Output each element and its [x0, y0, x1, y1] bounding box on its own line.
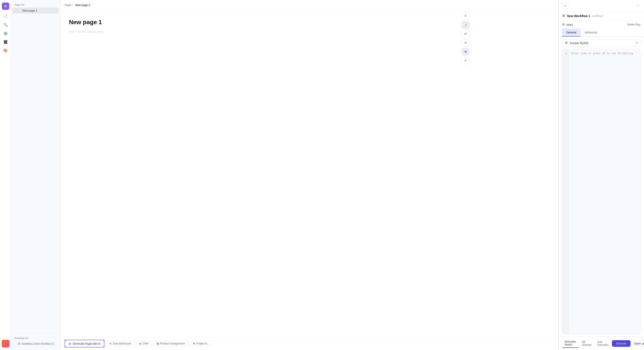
datasource-icon: ⌘	[565, 41, 568, 45]
generate-label: Generate Page with AI	[73, 342, 100, 345]
bottom-tab-project-m[interactable]: ❋ Project m...	[190, 340, 213, 347]
bottom-toolbar: ◎ Generate Page with AI ⊞ Data dashboard…	[60, 337, 558, 350]
bottom-tab-crm[interactable]: ◐ CRM	[136, 340, 152, 347]
more-icon: ⋯	[636, 4, 639, 7]
share-icon: ⇄	[464, 32, 467, 35]
chevron-right-icon: ›	[16, 9, 16, 12]
data-dashboard-icon: ⊞	[109, 342, 112, 345]
chevron-up-down-icon: ⇅	[636, 41, 638, 44]
sidebar-item-search[interactable]: 🔍	[2, 21, 10, 29]
add-icon: +	[464, 59, 467, 63]
workflow-icon: ⌘	[464, 50, 467, 53]
right-panel-header: » ⋯	[559, 0, 644, 11]
product-mgmt-icon: ▦	[156, 342, 159, 345]
toolbar-history-button[interactable]: ↺	[462, 39, 470, 47]
breadcrumb: Hops / New page 1	[60, 0, 558, 10]
hash-icon: #	[465, 14, 467, 18]
right-panel: » ⋯ ⌘ New Workflow 1 workflow1 ⌘ step1 D…	[558, 0, 644, 350]
datasource-label: Sample MySQL	[570, 41, 634, 45]
sidebar-item-pages[interactable]: 📄	[2, 12, 10, 20]
subpage-item-label: workflow1 (New Workflow 1)	[22, 342, 54, 345]
sidebar-item-settings[interactable]: ⚙️	[2, 29, 10, 37]
subpage-list-title: Subpage list	[11, 337, 60, 341]
project-m-label: Project m...	[196, 342, 210, 345]
line-numbers: 1	[562, 49, 569, 334]
code-editor[interactable]: 1 Enter code or press ⌘I to use AI editi…	[562, 49, 640, 334]
step-icon: ⌘	[562, 23, 565, 26]
breadcrumb-separator: /	[73, 3, 74, 7]
breadcrumb-current: New page 1	[75, 3, 90, 7]
page-doc-icon: 📄	[18, 9, 21, 12]
sidebar-item-database[interactable]: 🗄️	[2, 38, 10, 46]
workflow-icon: ⌘	[18, 342, 20, 345]
toolbar-workflow-button[interactable]: ⌘	[462, 48, 470, 56]
footer-tab-execution-result[interactable]: Execution Result	[562, 339, 578, 348]
footer-tab-auto-execution[interactable]: Auto Execution	[595, 339, 611, 348]
page-item-label: New page 1	[22, 9, 37, 12]
step-name-label: step1	[566, 23, 573, 26]
step-header: ⌘ step1 Delete Step	[559, 21, 644, 29]
page-list-title: Page list	[11, 3, 60, 8]
icon-bar: H 📄 🔍 ⚙️ 🗄️ 🎨 H	[0, 0, 11, 350]
app-logo[interactable]: H	[2, 340, 10, 348]
subpage-item-workflow1[interactable]: › ⌘ workflow1 (New Workflow 1)	[12, 341, 59, 347]
lightning-icon: ⚡	[464, 23, 468, 26]
panel-more-button[interactable]: ⋯	[634, 2, 640, 8]
page-placeholder-text: Use '/' to use components	[69, 30, 550, 33]
right-panel-footer: Execution Result DB Schema Auto Executio…	[559, 337, 644, 350]
workflow-panel-icon: ⌘	[562, 14, 566, 18]
toolbar-lightning-button[interactable]: ⚡	[462, 21, 470, 29]
panel-tabs: General Advanced	[559, 29, 644, 37]
workflow-header: ⌘ New Workflow 1 workflow1	[559, 11, 644, 21]
generate-page-button[interactable]: ◎ Generate Page with AI	[64, 340, 104, 348]
crm-label: CRM	[143, 342, 148, 345]
bottom-tab-data-dashboard[interactable]: ⊞ Data dashboard	[106, 340, 134, 347]
open-button[interactable]: Open ▲	[632, 340, 644, 347]
data-dashboard-label: Data dashboard	[113, 342, 131, 345]
chevron-right-icon: ›	[16, 343, 16, 345]
main-content: Hops / New page 1 New page 1 Use '/' to …	[60, 0, 558, 350]
chevron-left-icon: »	[564, 4, 566, 7]
step-name: ⌘ step1	[562, 23, 573, 26]
delete-step-button[interactable]: Delete Step	[627, 23, 640, 26]
db-schema-label: DB Schema	[582, 340, 591, 346]
project-m-icon: ❋	[193, 342, 195, 345]
panel-toggle-button[interactable]: »	[562, 2, 568, 8]
datasource-selector[interactable]: ⌘ Sample MySQL ⇅	[562, 39, 640, 47]
page-list-panel: Page list › 📄 New page 1 Subpage list › …	[11, 0, 60, 350]
workflow-id: workflow1	[592, 14, 603, 17]
execute-button[interactable]: Execute	[612, 340, 630, 347]
tab-advanced[interactable]: Advanced	[580, 29, 602, 36]
breadcrumb-parent[interactable]: Hops	[64, 3, 71, 7]
bottom-tab-product-management[interactable]: ▦ Product management	[154, 340, 188, 347]
tab-general[interactable]: General	[562, 29, 580, 36]
toolbar-share-button[interactable]: ⇄	[462, 30, 470, 38]
workflow-name: New Workflow 1	[567, 14, 590, 18]
history-icon: ↺	[464, 41, 467, 44]
generate-icon: ◎	[68, 342, 71, 345]
toolbar-hash-button[interactable]: #	[462, 12, 470, 20]
page-canvas[interactable]: New page 1 Use '/' to use components	[60, 10, 558, 350]
sidebar-item-palette[interactable]: 🎨	[2, 47, 10, 54]
chevron-up-icon: ▲	[642, 342, 644, 345]
code-placeholder: Enter code or press ⌘I to use AI editing	[569, 49, 640, 334]
page-title: New page 1	[69, 19, 550, 26]
subpage-section: Subpage list › ⌘ workflow1 (New Workflow…	[11, 333, 60, 347]
open-label: Open	[634, 342, 641, 345]
footer-tab-db-schema[interactable]: DB Schema	[580, 339, 594, 348]
toolbar-add-button[interactable]: +	[462, 57, 470, 64]
product-mgmt-label: Product management	[160, 342, 185, 345]
auto-execution-label: Auto Execution	[597, 340, 609, 346]
page-list-item-new-page-1[interactable]: › 📄 New page 1	[12, 8, 59, 13]
execution-result-label: Execution Result	[564, 340, 576, 346]
app-avatar[interactable]: H	[2, 2, 9, 10]
crm-icon: ◐	[139, 342, 142, 345]
